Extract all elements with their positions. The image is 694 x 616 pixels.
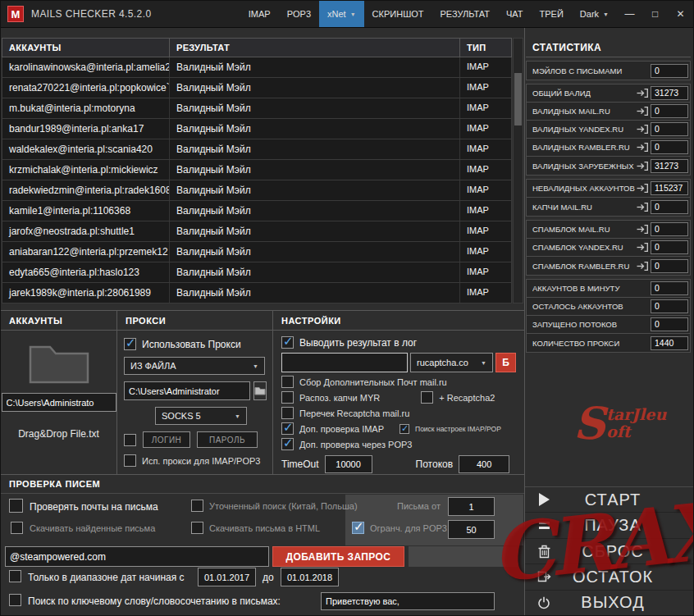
table-scrollbar[interactable] — [513, 38, 523, 303]
pop3-check-label: Доп. проверка через POP3 — [299, 440, 412, 449]
account-cell: kamile1@interia.pl:1106368 — [2, 201, 170, 221]
folder-icon — [254, 386, 266, 395]
log-output-checkbox[interactable] — [281, 336, 294, 349]
table-row[interactable]: jarek1989k@interia.pl:28061989Валидный М… — [2, 283, 512, 303]
exit-button[interactable]: ВЫХОД — [525, 591, 693, 615]
table-row[interactable]: m.bukat@interia.pl:motorynaВалидный Мэйл… — [2, 98, 512, 119]
use-proxy-checkbox[interactable] — [124, 338, 136, 350]
type-cell: IMAP — [460, 160, 511, 180]
keyword-checkbox[interactable] — [9, 594, 21, 606]
menu-result[interactable]: РЕЗУЛЬТАТ — [432, 1, 498, 27]
proxy-imap-pop3-checkbox[interactable] — [124, 454, 136, 467]
check-mail-checkbox[interactable] — [9, 499, 23, 513]
pop3-limit-input[interactable] — [448, 520, 495, 539]
proxy-login-input[interactable] — [143, 431, 190, 448]
minimize-button[interactable]: — — [617, 1, 642, 27]
table-row[interactable]: edyta665@interia.pl:haslo123Валидный Мэй… — [2, 262, 512, 283]
check-mail-label: Проверять почты на письма — [30, 501, 158, 513]
proxy-source-dropdown[interactable]: ИЗ ФАЙЛА ▼ — [124, 357, 265, 375]
add-query-button[interactable]: ДОБАВИТЬ ЗАПРОС — [272, 546, 404, 567]
captcha-key-input[interactable] — [281, 353, 408, 372]
start-label: СТАРТ — [554, 491, 672, 509]
maximize-button[interactable]: □ — [642, 1, 668, 27]
proxy-type-dropdown[interactable]: SOCKS 5 ▼ — [155, 407, 247, 425]
type-cell: IMAP — [460, 201, 511, 221]
result-cell: Валидный Мэйл — [170, 160, 460, 180]
pop3-check-checkbox[interactable] — [281, 438, 294, 450]
app-title: MAILS CHECKER 4.5.2.0 — [31, 8, 151, 20]
table-row[interactable]: jarofx@neostrada.pl:shuttle1Валидный Мэй… — [2, 221, 512, 242]
menu-imap[interactable]: IMAP — [240, 1, 279, 27]
imap-settings-search-checkbox[interactable] — [400, 424, 409, 434]
accounts-file-path-input[interactable] — [2, 393, 116, 412]
imap-check-checkbox[interactable] — [281, 422, 294, 435]
theme-dropdown[interactable]: Dark ▼ — [572, 1, 617, 27]
stats-row: АККАУНТОВ В МИНУТУ0 — [527, 280, 690, 298]
menu-xnet-dropdown[interactable]: xNet ▼ — [319, 1, 364, 27]
stats-row: ВАЛИДНЫХ YANDEX.RU0 — [527, 121, 690, 139]
rest-button[interactable]: ОСТАТОК — [525, 564, 693, 590]
proxy-file-path-input[interactable] — [124, 381, 250, 400]
imap-check-label: Доп. проверка IMAP — [299, 424, 384, 434]
result-cell: Валидный Мэйл — [170, 242, 460, 262]
table-row[interactable]: renata270221@interia.pl:popkowice`Валидн… — [2, 78, 512, 98]
start-button[interactable]: СТАРТ — [525, 487, 693, 513]
download-html-checkbox[interactable] — [191, 522, 203, 534]
accounts-folder-icon[interactable] — [1, 340, 116, 385]
proxy-password-input[interactable] — [197, 431, 258, 448]
menu-pop3[interactable]: POP3 — [279, 1, 319, 27]
brand-logo: S tarJleu oft — [573, 404, 666, 442]
pause-button[interactable]: ПАУЗА — [525, 513, 693, 538]
table-row[interactable]: kamile1@interia.pl:1106368Валидный МэйлI… — [2, 201, 512, 221]
close-button[interactable]: ✕ — [668, 1, 693, 27]
stats-value: 31273 — [651, 159, 688, 173]
date-to-input[interactable] — [281, 568, 339, 586]
scrollbar-thumb[interactable] — [514, 73, 522, 125]
table-row[interactable]: aniabaran122@interia.pl:przemek12Валидны… — [2, 242, 512, 262]
table-row[interactable]: radekwiedzmin@interia.pl:radek1608Валидн… — [2, 180, 512, 201]
timeout-input[interactable] — [325, 455, 372, 473]
theme-label: Dark — [580, 9, 599, 19]
account-cell: waldekalex@interia.pl:scania420 — [2, 139, 170, 159]
keyword-input[interactable] — [321, 592, 495, 610]
exit-label: ВЫХОД — [554, 593, 672, 612]
threads-input[interactable] — [459, 455, 509, 473]
proxy-auth-checkbox[interactable] — [124, 434, 136, 446]
menu-screenshot[interactable]: СКРИНШОТ — [364, 1, 432, 27]
recheck-recaptcha-checkbox[interactable] — [281, 407, 294, 419]
browse-folder-button[interactable] — [253, 381, 267, 400]
date-from-input[interactable] — [198, 568, 256, 586]
letters-from-input[interactable] — [448, 497, 495, 516]
recaptcha2-checkbox[interactable] — [421, 391, 433, 404]
myr-captcha-checkbox[interactable] — [281, 391, 294, 404]
table-row[interactable]: waldekalex@interia.pl:scania420Валидный … — [2, 139, 512, 160]
collect-mail-checkbox[interactable] — [281, 376, 294, 388]
reset-button[interactable]: СБРОС — [525, 539, 693, 564]
pop3-limit-checkbox[interactable] — [352, 522, 364, 534]
menu-tray[interactable]: ТРЕЙ — [532, 1, 572, 27]
recheck-recaptcha-label: Перечек Recaptcha mail.ru — [299, 408, 409, 418]
proxy-type-value: SOCKS 5 — [162, 411, 201, 421]
chevron-down-icon: ▼ — [253, 363, 258, 369]
pop3-limit-label: Огранч. для POP3 — [370, 523, 447, 533]
stats-value: 0 — [651, 200, 688, 214]
stats-label: СПАМБЛОК RAMBLER.RU — [532, 262, 635, 271]
stats-label: ВАЛИДНЫХ YANDEX.RU — [532, 125, 635, 134]
column-header-result: РЕЗУЛЬТАТ — [170, 39, 460, 57]
stats-group: НЕВАЛИДНЫХ АККАУНТОВ115237КАПЧИ MAIL.RU0 — [526, 179, 691, 217]
download-letters-checkbox[interactable] — [11, 522, 23, 534]
power-icon — [534, 596, 554, 609]
captcha-service-dropdown[interactable]: rucaptcha.co ▼ — [410, 353, 493, 372]
stats-group: АККАУНТОВ В МИНУТУ0ОСТАЛОСЬ АККАУНТОВ0ЗА… — [526, 279, 691, 353]
refined-search-checkbox[interactable] — [191, 500, 203, 512]
account-cell: edyta665@interia.pl:haslo123 — [2, 262, 170, 282]
query-input[interactable] — [5, 546, 269, 567]
table-row[interactable]: karolinawinowska@interia.pl:amelia2Валид… — [2, 57, 512, 78]
balance-button[interactable]: Б — [495, 353, 516, 372]
menu-chat[interactable]: ЧАТ — [498, 1, 532, 27]
stats-label: ВАЛИДНЫХ MAIL.RU — [532, 107, 635, 116]
table-row[interactable]: krzmichalak@interia.pl:mickiewiczВалидны… — [2, 160, 512, 180]
date-range-checkbox[interactable] — [9, 570, 21, 582]
table-row[interactable]: bandur1989@interia.pl:anka17Валидный Мэй… — [2, 119, 512, 139]
stats-value: 0 — [651, 299, 688, 313]
